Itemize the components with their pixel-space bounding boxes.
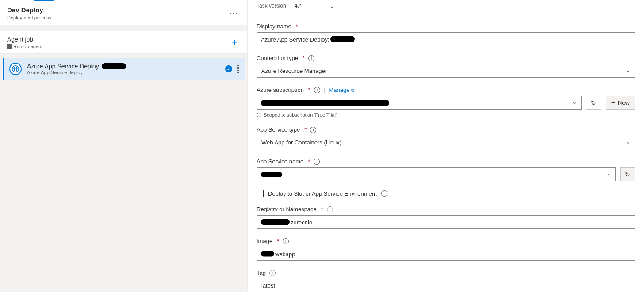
stage-header: Dev Deploy Deployment process ⋯ (0, 0, 247, 25)
connection-type-label: Connection type* i (257, 55, 314, 61)
tag-input[interactable] (257, 279, 635, 292)
app-service-name-label: App Service name* i (257, 158, 320, 165)
add-task-button[interactable]: + (229, 37, 240, 48)
task-row-selected[interactable]: Azure App Service Deploy: Azure App Serv… (3, 58, 245, 80)
new-subscription-button[interactable]: + New (606, 96, 635, 110)
app-service-type-select[interactable]: Web App for Containers (Linux) (257, 136, 635, 149)
info-icon[interactable]: i (283, 238, 289, 244)
stage-title: Dev Deploy (7, 6, 51, 14)
registry-input[interactable] (257, 215, 635, 229)
registry-suffix: zurecr.io (291, 219, 312, 225)
redacted-text (261, 172, 282, 177)
right-pane: Task version 4.* Display name* Azure App… (248, 0, 644, 292)
task-status-icon: ✓ (225, 65, 232, 72)
deploy-to-slot-label: Deploy to Slot or App Service Environmen… (268, 190, 377, 197)
info-icon[interactable]: i (308, 55, 314, 61)
task-version-label: Task version (257, 3, 286, 9)
circle-icon (257, 113, 261, 117)
external-link-icon: ⧉ (351, 88, 354, 93)
info-icon[interactable]: i (381, 190, 387, 197)
agent-job-sub-text: Run on agent (13, 44, 42, 49)
redacted-text (261, 100, 389, 106)
registry-label: Registry or Namespace* i (257, 206, 333, 212)
task-title: Azure App Service Deploy: (27, 63, 220, 70)
redacted-text (102, 63, 126, 69)
deploy-to-slot-row: Deploy to Slot or App Service Environmen… (257, 190, 635, 197)
image-suffix: webapp (275, 250, 295, 257)
redacted-text (330, 36, 355, 42)
redacted-text (261, 251, 274, 257)
image-label: Image* i (257, 238, 289, 244)
manage-link[interactable]: Manage ⧉ (329, 87, 354, 93)
globe-icon (9, 63, 22, 75)
connection-type-select[interactable]: Azure Resource Manager (257, 64, 635, 78)
deploy-to-slot-checkbox[interactable] (257, 190, 264, 197)
task-subtitle: Azure App Service deploy (27, 70, 220, 75)
info-icon[interactable]: i (314, 159, 320, 165)
agent-job-subtitle: Run on agent (7, 44, 42, 49)
tag-label: Tag i (257, 269, 276, 276)
agent-job-row[interactable]: Agent job Run on agent + (0, 31, 247, 54)
server-icon (7, 44, 12, 49)
info-icon[interactable]: i (314, 87, 320, 93)
scoped-note: Scoped to subscription 'Free Trial' (257, 112, 635, 118)
task-version-row: Task version 4.* (257, 0, 635, 15)
app-service-name-select[interactable] (257, 167, 616, 181)
image-input[interactable] (257, 247, 635, 261)
refresh-button[interactable]: ↻ (586, 96, 601, 110)
more-options-button[interactable]: ⋯ (228, 6, 240, 19)
info-icon[interactable]: i (310, 127, 316, 133)
drag-handle-icon[interactable] (237, 65, 239, 73)
agent-job-title: Agent job (7, 36, 42, 43)
azure-subscription-label: Azure subscription* i | Manage ⧉ (257, 87, 354, 93)
info-icon[interactable]: i (269, 270, 276, 276)
display-name-label: Display name* (257, 23, 298, 30)
refresh-button[interactable]: ↻ (620, 167, 635, 181)
app-service-type-label: App Service type* i (257, 126, 316, 133)
stage-subtitle: Deployment process (7, 15, 51, 20)
info-icon[interactable]: i (327, 206, 333, 212)
redacted-text (261, 219, 290, 225)
task-version-select[interactable]: 4.* (291, 0, 339, 11)
task-title-prefix: Azure App Service Deploy: (27, 63, 101, 70)
left-pane: Dev Deploy Deployment process ⋯ Agent jo… (0, 0, 248, 292)
display-name-prefix: Azure App Service Deploy: (261, 36, 330, 42)
